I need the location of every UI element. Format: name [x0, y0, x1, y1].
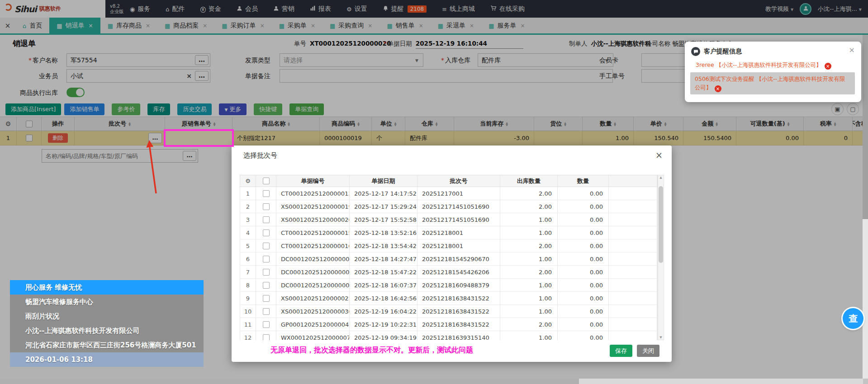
dismiss-reminder-icon[interactable]: ×: [715, 85, 721, 92]
batch-cell: DC00012025120000007: [276, 253, 350, 265]
save-button[interactable]: 保存: [610, 345, 632, 357]
modal-scrollbar-thumb[interactable]: [659, 186, 663, 263]
checkbox[interactable]: [263, 321, 270, 328]
batch-row-checkbox[interactable]: [256, 292, 276, 304]
checkbox[interactable]: [263, 203, 270, 210]
batch-row[interactable]: 4CT000120251200000152025-12-18 13:52:162…: [240, 226, 657, 239]
batch-cell: 0.00: [558, 331, 609, 340]
batch-cell: 2025-12-19 16:04:22: [350, 305, 417, 318]
batch-filler-cell: [609, 279, 657, 291]
batch-row-checkbox[interactable]: [256, 226, 276, 239]
batch-cell: 202512181638431522: [417, 292, 500, 304]
batch-row[interactable]: 1CT000120251200000132025-12-17 14:17:522…: [240, 187, 657, 200]
modal-column-header-单据日期: 单据日期: [350, 175, 417, 187]
modal-column-header-出库数量: 出库数量: [500, 175, 558, 187]
announcement-row[interactable]: 河北省石家庄市新华区西三庄街256号格澜商务大厦501: [10, 338, 204, 352]
checkbox[interactable]: [263, 229, 270, 236]
modal-settings-gear-icon[interactable]: ⚙: [240, 175, 256, 187]
batch-cell: 202512171451051690: [417, 200, 500, 213]
batch-cell: 202512181638431522: [417, 318, 500, 331]
reminder-panel-title: 客户提醒信息: [704, 47, 742, 56]
modal-footer: 无原单退回，批次选择器的数据显示不对。更新后，测试此问题 保存 关闭: [232, 340, 672, 362]
batch-cell: 1.00: [500, 279, 558, 291]
batch-cell: 2025-12-18 13:52:16: [350, 226, 417, 239]
modal-filler-header: [609, 175, 657, 187]
batch-row-checkbox[interactable]: [256, 279, 276, 291]
batch-cell: 1.00: [500, 292, 558, 304]
modal-title: 选择批次号: [243, 145, 277, 165]
announcement-row[interactable]: 2026-01-06 13:18: [10, 352, 204, 367]
batch-cell: 2025-12-18 14:27:47: [350, 253, 417, 265]
batch-row[interactable]: 5CT000120251200000162025-12-18 13:54:422…: [240, 239, 657, 253]
batch-row-checkbox[interactable]: [256, 331, 276, 340]
batch-cell: 202512181609488379: [417, 279, 500, 291]
customer-reminder-panel: 客户提醒信息 × 3reree 【小沈--上海骐惠软件科技开发有限公司】×050…: [685, 42, 861, 102]
batch-cell: 0.00: [558, 253, 609, 265]
checkbox[interactable]: [263, 243, 270, 249]
annotation-note: 无原单退回，批次选择器的数据显示不对。更新后，测试此问题: [270, 346, 473, 355]
batch-cell: 202512181639315140: [417, 331, 500, 340]
batch-row[interactable]: 8DC000120251200000092025-12-18 16:07:372…: [240, 279, 657, 292]
checkbox[interactable]: [263, 334, 270, 341]
announcement-row[interactable]: 雨刮片状况: [10, 309, 204, 323]
batch-cell: 2025-12-17 15:29:24: [350, 200, 417, 213]
batch-row-checkbox[interactable]: [256, 266, 276, 278]
batch-row-checkbox[interactable]: [256, 213, 276, 226]
batch-cell: 2025-12-18 16:42:56: [350, 292, 417, 304]
horizontal-scrollbar-thumb[interactable]: [0, 379, 579, 384]
batch-row-checkbox[interactable]: [256, 318, 276, 331]
checkbox[interactable]: [263, 269, 270, 276]
checkbox[interactable]: [263, 256, 270, 262]
batch-cell: 2.00: [500, 200, 558, 213]
checkbox[interactable]: [263, 295, 270, 302]
horizontal-scrollbar[interactable]: [0, 379, 863, 384]
batch-row-number: 3: [240, 213, 256, 226]
modal-scrollbar[interactable]: ▲ ▼: [658, 175, 664, 340]
batch-cell: 202512171451051690: [417, 213, 500, 226]
checkbox[interactable]: [263, 282, 270, 289]
batch-cell: GP00012025120000040: [276, 318, 350, 331]
batch-cell: 20251218001: [417, 239, 500, 252]
batch-select-modal: 选择批次号 × ⚙单据编号单据日期批次号出库数量数量 1CT0001202512…: [232, 145, 672, 362]
modal-close-icon[interactable]: ×: [655, 150, 663, 160]
batch-cell: 2025-12-18 15:47:22: [350, 266, 417, 278]
batch-filler-cell: [609, 239, 657, 252]
modal-select-all-checkbox[interactable]: [256, 175, 276, 187]
batch-cell: 2.00: [500, 239, 558, 252]
batch-row-number: 9: [240, 292, 256, 304]
batch-row-checkbox[interactable]: [256, 239, 276, 252]
batch-row[interactable]: 12WX000120251200000712025-12-19 09:34:19…: [240, 331, 657, 340]
batch-row-checkbox[interactable]: [256, 253, 276, 265]
checkbox[interactable]: [263, 178, 270, 184]
batch-cell: 2.00: [500, 187, 558, 200]
batch-row[interactable]: 2XS000120251200000192025-12-17 15:29:242…: [240, 200, 657, 213]
checkbox[interactable]: [263, 308, 270, 315]
dismiss-reminder-icon[interactable]: ×: [825, 63, 831, 70]
scroll-up-icon[interactable]: ▲: [658, 176, 664, 179]
vertical-scrollbar[interactable]: [863, 219, 868, 379]
announcement-row[interactable]: 畅盟汽车维修服务中心: [10, 295, 204, 309]
announcement-row[interactable]: 用心服务 维修无忧: [10, 280, 204, 295]
scroll-down-icon[interactable]: ▼: [658, 336, 664, 339]
reminder-panel-close-icon[interactable]: ×: [849, 46, 855, 54]
batch-row-checkbox[interactable]: [256, 305, 276, 318]
batch-filler-cell: [609, 292, 657, 304]
close-button[interactable]: 关闭: [637, 345, 659, 357]
batch-row[interactable]: 9XS000120251200000232025-12-18 16:42:562…: [240, 292, 657, 305]
batch-filler-cell: [609, 253, 657, 265]
batch-row-checkbox[interactable]: [256, 200, 276, 213]
batch-row[interactable]: 6DC000120251200000072025-12-18 14:27:472…: [240, 253, 657, 266]
batch-cell: XS00012025120000020: [276, 213, 350, 226]
batch-cell: 1.00: [500, 213, 558, 226]
checkbox[interactable]: [263, 216, 270, 223]
batch-row-checkbox[interactable]: [256, 187, 276, 200]
batch-cell: XS00012025120000019: [276, 200, 350, 213]
announcement-row[interactable]: 小沈--上海骐惠软件科技开发有限公司: [10, 323, 204, 338]
batch-row[interactable]: 7DC000120251200000082025-12-18 15:47:222…: [240, 266, 657, 279]
batch-row[interactable]: 11GP000120251200000402025-12-19 10:22:31…: [240, 318, 657, 331]
batch-cell: CT00012025120000013: [276, 187, 350, 200]
floating-search-button[interactable]: 查: [843, 308, 863, 329]
batch-row[interactable]: 3XS000120251200000202025-12-17 15:52:582…: [240, 213, 657, 226]
batch-row[interactable]: 10XS000120251200000302025-12-19 16:04:22…: [240, 305, 657, 318]
checkbox[interactable]: [263, 190, 270, 197]
